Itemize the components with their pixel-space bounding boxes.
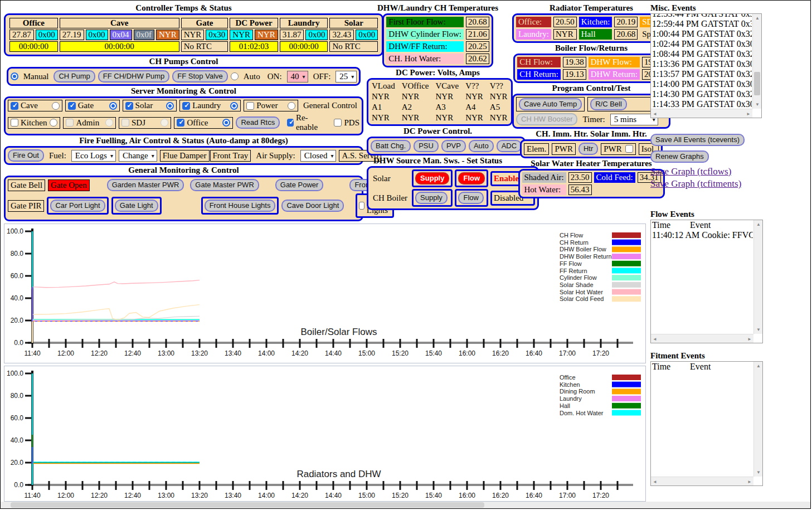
dc-va-cell: VOffice (402, 81, 429, 91)
cave-door-light-button[interactable]: Cave Door Light (281, 200, 344, 212)
first-floor-flow-label: First Floor Flow: (386, 17, 464, 27)
chevron-down-icon: ▾ (330, 150, 333, 161)
rc-bell-button[interactable]: R/C Bell (590, 98, 627, 110)
office-radio[interactable] (222, 119, 230, 127)
power-radio[interactable] (288, 102, 295, 110)
pvp-button[interactable]: PVP (441, 140, 466, 152)
fitment-events-list[interactable]: TimeEvent ▲ ▼ ◄ ► (650, 361, 763, 486)
gate-checkbox[interactable] (68, 102, 76, 110)
front-house-lights-button[interactable]: Front House Lights (205, 200, 276, 212)
boiler-supply-button[interactable]: Supply (415, 192, 448, 204)
auto-button[interactable]: Auto (469, 140, 494, 152)
rad-hall-label: Hall (579, 29, 612, 40)
gate-radio[interactable] (109, 102, 117, 110)
horizontal-scrollbar[interactable]: ◄ ► (651, 109, 752, 118)
horizontal-scrollbar[interactable]: ◄ ► (651, 334, 753, 343)
kitchen-checkbox[interactable] (11, 119, 18, 127)
gate-power-button[interactable]: Gate Power (275, 179, 324, 191)
kitchen-radio[interactable] (50, 119, 57, 127)
sdj-radio[interactable] (161, 119, 168, 127)
htr-button[interactable]: Htr (578, 143, 598, 155)
laundry-checkbox[interactable] (182, 102, 190, 110)
garden-master-pwr-button[interactable]: Garden Master PWR (107, 179, 184, 191)
save-graph-tcfitments-link[interactable]: Save Graph (tcfitments) (650, 178, 741, 189)
scroll-right-icon[interactable]: ► (747, 479, 752, 484)
horizontal-scrollbar[interactable]: ◄ ► (651, 477, 753, 485)
solar-checkbox[interactable] (125, 102, 133, 110)
on-select[interactable]: 40▾ (287, 71, 308, 82)
vertical-scrollbar[interactable]: ▲ ▼ (752, 14, 761, 109)
cave-checkbox[interactable] (11, 102, 18, 110)
change-select[interactable]: Change▾ (119, 150, 157, 162)
fuel-select[interactable]: Eco Logs▾ (71, 150, 116, 162)
ch-hot-water-value: 20.62 (466, 54, 489, 64)
dhw-temps-title: DHW/Laundry CH Temperatures (367, 3, 509, 13)
timer-label: Timer: (580, 115, 607, 124)
ch-hw-booster-button[interactable]: CH HW Booster (516, 113, 577, 125)
power-checkbox[interactable] (246, 102, 254, 110)
ff-ch-dhw-pump-button[interactable]: FF CH/DHW Pump (98, 70, 170, 82)
off-select-value: 25 (339, 71, 348, 82)
admin-radio[interactable] (105, 119, 113, 127)
save-all-events-button[interactable]: Save All Events (tcevents) (650, 134, 745, 146)
scroll-left-icon[interactable]: ◄ (653, 479, 657, 484)
svg-text:17:20: 17:20 (592, 349, 609, 357)
timer-select-value: 5 mins (614, 114, 636, 125)
ch-flow-label: CH Flow: (517, 57, 561, 67)
scrollbar-thumb[interactable] (11, 502, 484, 508)
solar-supply-button[interactable]: Supply (415, 172, 449, 184)
renew-graphs-button[interactable]: Renew Graphs (650, 150, 709, 163)
scrollbar-thumb[interactable] (754, 72, 760, 95)
ch-pump-button[interactable]: CH Pump (54, 70, 95, 82)
vertical-scrollbar[interactable]: ▲ ▼ (753, 362, 762, 477)
batt-chg-button[interactable]: Batt Chg. (371, 140, 411, 152)
svg-text:FF Return: FF Return (560, 268, 587, 274)
gate-master-pwr-button[interactable]: Gate Master PWR (190, 179, 259, 191)
vertical-scrollbar[interactable]: ▲ ▼ (753, 220, 762, 334)
pwr1-indicator: PWR (552, 143, 576, 155)
admin-checkbox[interactable] (66, 119, 74, 127)
cave-auto-temp-button[interactable]: Cave Auto Temp (519, 98, 582, 110)
misc-event-row: 12:59:44 PM GATSTAT 0x30 (651, 19, 752, 29)
dhw-cylinder-flow-value: 21.06 (466, 29, 489, 40)
pwr2-checkbox[interactable] (625, 145, 633, 153)
scroll-down-icon[interactable]: ▼ (756, 470, 761, 475)
car-port-light-wrap: Car Port Light (47, 197, 108, 215)
boiler-flow-button[interactable]: Flow (458, 192, 483, 204)
misc-events-list[interactable]: 12:53:44 PM GATSTAT 0x3212:59:44 PM GATS… (650, 13, 762, 118)
page-horizontal-scrollbar[interactable] (1, 502, 810, 508)
car-port-light-button[interactable]: Car Port Light (50, 200, 105, 212)
read-rtcs-button[interactable]: Read Rtcs (236, 116, 280, 129)
scroll-down-icon[interactable]: ▼ (755, 102, 760, 107)
scroll-right-icon[interactable]: ► (747, 337, 752, 342)
laundry-radio[interactable] (230, 102, 238, 110)
office-checkbox[interactable] (177, 119, 184, 127)
scroll-right-icon[interactable]: ► (746, 111, 751, 116)
scroll-left-icon[interactable]: ◄ (653, 337, 657, 342)
fire-out-button[interactable]: Fire Out (8, 149, 44, 162)
cave-radio[interactable] (52, 102, 60, 110)
off-select[interactable]: 25▾ (336, 71, 357, 82)
ff-stop-valve-button[interactable]: FF Stop Valve (172, 70, 227, 82)
scroll-up-icon[interactable]: ▲ (755, 16, 760, 21)
reenable-checkbox[interactable] (287, 119, 294, 127)
scroll-down-icon[interactable]: ▼ (756, 327, 761, 332)
scroll-up-icon[interactable]: ▲ (756, 222, 761, 227)
sdj-checkbox[interactable] (121, 119, 129, 127)
scroll-up-icon[interactable]: ▲ (756, 363, 761, 368)
psu-button[interactable]: PSU (414, 140, 439, 152)
manual-radio[interactable] (11, 72, 18, 80)
svg-text:14:00: 14:00 (258, 492, 275, 499)
solar-radio[interactable] (166, 102, 174, 110)
boiler-fr-title: Boiler Flow/Returns (512, 43, 670, 53)
air-supply-select[interactable]: Closed▾ (300, 150, 337, 162)
link-lights-checkbox[interactable] (359, 202, 364, 210)
solar-flow-button[interactable]: Flow (458, 172, 485, 184)
laundry-monitor-cell: Laundry (179, 100, 241, 111)
save-graph-tcflows-link[interactable]: Save Graph (tcflows) (650, 166, 731, 177)
flow-events-list[interactable]: TimeEvent 11:40:12 AM Cookie: FFVC ▲ ▼ ◄… (650, 220, 763, 343)
pds-checkbox[interactable] (334, 119, 342, 127)
auto-radio[interactable] (231, 72, 239, 80)
gate-light-button[interactable]: Gate Light (115, 200, 158, 212)
scroll-left-icon[interactable]: ◄ (653, 111, 657, 116)
